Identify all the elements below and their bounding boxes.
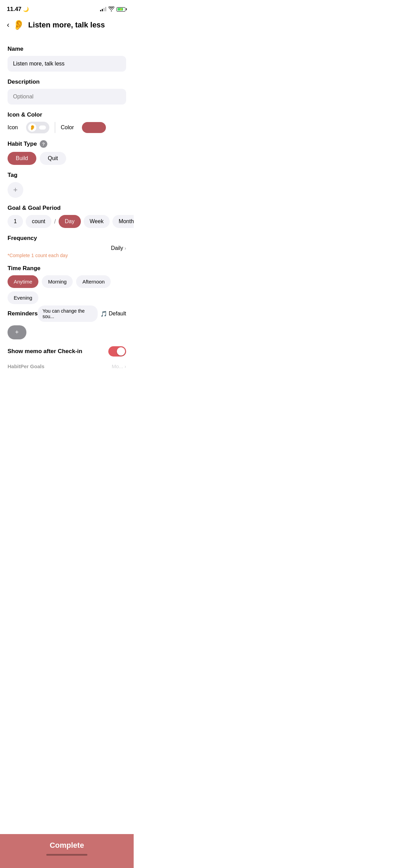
reminders-label: Reminders [8, 310, 38, 317]
time-afternoon-button[interactable]: Afternoon [76, 275, 111, 288]
icon-color-row: Icon 👂 Color [8, 122, 126, 133]
show-memo-row: Show memo after Check-in [8, 346, 126, 360]
status-time: 11.47 [7, 6, 22, 13]
habit-per-row: HabitPer Goals Mo... › [8, 363, 126, 369]
time-range-row: Anytime Morning Afternoon Evening [8, 275, 126, 304]
time-range-section-label: Time Range [8, 265, 126, 272]
goal-unit-button[interactable]: count [26, 215, 51, 228]
icon-color-divider [55, 122, 55, 133]
frequency-value[interactable]: Daily › [111, 245, 126, 251]
time-anytime-button[interactable]: Anytime [8, 275, 38, 288]
signal-bar-1 [100, 10, 101, 11]
add-tag-button[interactable]: + [8, 182, 23, 198]
icon-emoji: 👂 [29, 125, 35, 130]
frequency-row: Daily › [8, 245, 126, 251]
name-input[interactable] [8, 56, 126, 72]
habit-per-chevron-icon: › [124, 364, 126, 369]
signal-bar-2 [102, 9, 103, 11]
period-month-button[interactable]: Month [112, 215, 134, 228]
build-button[interactable]: Build [8, 152, 36, 165]
wifi-icon [108, 7, 114, 12]
page-header: ‹ 👂 Listen more, talk less [0, 16, 134, 36]
habit-per-value-text: Mo... [112, 363, 123, 369]
icon-toggle[interactable]: 👂 [26, 122, 49, 133]
color-label: Color [61, 124, 74, 131]
habit-per-value[interactable]: Mo... › [112, 363, 126, 369]
reminder-default[interactable]: 🎵 Default [100, 311, 126, 317]
goal-number-button[interactable]: 1 [8, 215, 23, 228]
goal-slash: / [54, 218, 56, 225]
show-memo-toggle[interactable] [108, 346, 126, 357]
status-bar: 11.47 🌙 ⚡ [0, 0, 134, 16]
icon-color-section-label: Icon & Color [8, 111, 126, 118]
tag-section-label: Tag [8, 172, 126, 179]
reminder-info: You can change the sou... 🎵 Default [38, 305, 126, 322]
music-note-icon: 🎵 [100, 311, 107, 317]
habit-type-header: Habit Type ? [8, 140, 126, 148]
habit-per-label: HabitPer Goals [8, 363, 45, 369]
frequency-daily-label: Daily [111, 245, 123, 251]
reminder-default-label: Default [109, 311, 126, 317]
quit-button[interactable]: Quit [40, 152, 66, 165]
icon-label: Icon [8, 124, 18, 131]
goal-section-label: Goal & Goal Period [8, 205, 126, 212]
form-content: Name Description Icon & Color Icon 👂 Col… [0, 36, 134, 410]
status-icons: ⚡ [100, 7, 127, 12]
color-swatch[interactable] [82, 122, 106, 133]
signal-bar-4 [105, 7, 106, 11]
page-title: Listen more, talk less [28, 21, 105, 29]
moon-icon: 🌙 [23, 7, 29, 12]
frequency-section-label: Frequency [8, 235, 126, 242]
back-button[interactable]: ‹ [7, 21, 9, 29]
name-section-label: Name [8, 46, 126, 52]
description-input[interactable] [8, 89, 126, 105]
add-reminder-button[interactable]: + [8, 325, 26, 339]
time-evening-button[interactable]: Evening [8, 291, 38, 304]
goal-row: 1 count / Day Week Month [8, 215, 126, 228]
header-emoji-icon: 👂 [13, 19, 25, 31]
habit-type-label: Habit Type [8, 141, 37, 147]
period-week-button[interactable]: Week [84, 215, 110, 228]
show-memo-label: Show memo after Check-in [8, 348, 82, 355]
add-reminder-plus-icon: + [15, 329, 19, 336]
help-icon[interactable]: ? [40, 140, 47, 148]
description-section-label: Description [8, 79, 126, 85]
frequency-chevron-icon: › [124, 245, 126, 251]
signal-bars [100, 7, 106, 11]
signal-bar-3 [104, 8, 105, 11]
toggle-knob [39, 125, 46, 130]
habit-type-toggle-group: Build Quit [8, 152, 126, 165]
period-day-button[interactable]: Day [59, 215, 81, 228]
frequency-hint: *Complete 1 count each day [8, 253, 126, 258]
icon-toggle-circle: 👂 [28, 123, 36, 132]
reminder-sound-pill[interactable]: You can change the sou... [38, 305, 98, 322]
time-morning-button[interactable]: Morning [42, 275, 73, 288]
toggle-knob [117, 347, 125, 355]
reminders-row: Reminders You can change the sou... 🎵 De… [8, 305, 126, 322]
battery-container: ⚡ [117, 7, 127, 12]
